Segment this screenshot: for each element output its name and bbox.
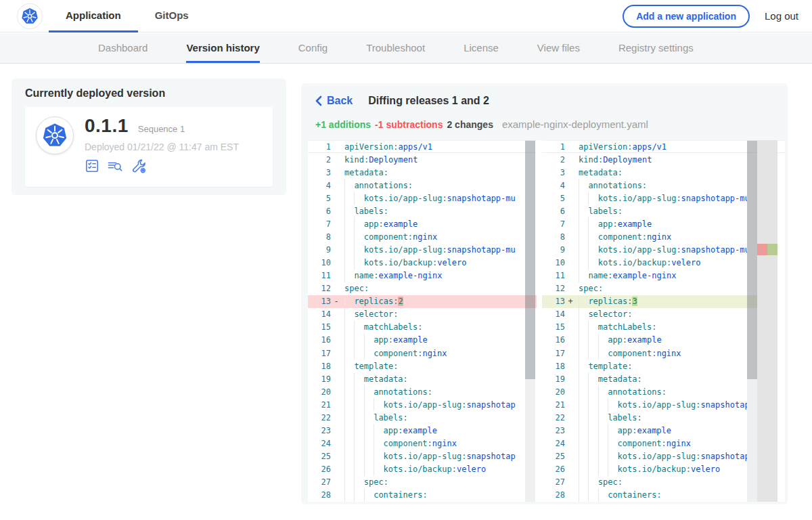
diff-card: Back Diffing releases 1 and 2 +1 additio…: [301, 83, 788, 504]
code-line: 13-replicas: 2: [308, 295, 537, 308]
kubernetes-logo-icon: [17, 3, 43, 29]
diff-pane-left: 1apiVersion: apps/v12kind: Deployment3me…: [308, 140, 537, 502]
code-line: 2kind: Deployment: [308, 153, 537, 166]
diff-stats: +1 additions -1 subtractions 2 changes e…: [315, 118, 648, 130]
version-action-icons: [85, 158, 239, 174]
code-line: 13+replicas: 3: [542, 295, 757, 308]
diff-editor: 1apiVersion: apps/v12kind: Deployment3me…: [308, 140, 785, 502]
subnav-item-version-history[interactable]: Version history: [186, 33, 259, 63]
right-pane-scrollbar-thumb[interactable]: [747, 141, 757, 379]
code-line: 22labels:: [308, 411, 537, 424]
code-line: 4annotations:: [308, 179, 537, 192]
code-line: 6labels:: [308, 204, 537, 217]
subnav-item-config[interactable]: Config: [298, 33, 328, 63]
code-line: 12spec:: [308, 282, 537, 295]
kots-admin-console: Application GitOps Add a new application…: [0, 0, 812, 520]
code-line: 26kots.io/backup: velero: [308, 463, 537, 476]
code-line: 15matchLabels:: [308, 321, 537, 334]
deployed-version-box: 0.1.1 Sequence 1 Deployed 01/21/22 @ 11:…: [25, 107, 273, 187]
code-line: 19metadata:: [308, 372, 537, 385]
additions-count: +1 additions: [315, 119, 371, 130]
code-line: 14selector:: [308, 308, 537, 321]
code-line: 3metadata:: [308, 166, 537, 179]
deployed-card-title: Currently deployed version: [25, 87, 273, 100]
code-line: 8component: nginx: [308, 230, 537, 243]
code-line: 18template:: [308, 360, 537, 372]
preflight-checklist-icon[interactable]: [85, 158, 99, 174]
tab-application[interactable]: Application: [49, 0, 138, 32]
top-nav: Application GitOps Add a new application…: [0, 0, 812, 32]
diff-title: Diffing releases 1 and 2: [368, 95, 489, 107]
deployed-sequence-label: Sequence 1: [138, 124, 185, 134]
deploy-logs-icon[interactable]: [107, 158, 124, 174]
diff-pane-left-lines: 1apiVersion: apps/v12kind: Deployment3me…: [308, 140, 537, 502]
subnav-item-view-files[interactable]: View files: [537, 33, 580, 63]
code-line: 21kots.io/app-slug: snapshotap: [308, 398, 537, 411]
tab-gitops[interactable]: GitOps: [138, 0, 206, 32]
subnav-item-license[interactable]: License: [464, 33, 499, 63]
back-link[interactable]: Back: [315, 95, 353, 107]
subnav-item-dashboard[interactable]: Dashboard: [98, 33, 148, 63]
code-line: 11name: example-nginx: [308, 269, 537, 282]
code-line: 5kots.io/app-slug: snapshotapp-mu: [308, 192, 537, 204]
code-line: 24component: nginx: [308, 437, 537, 450]
diff-pane-right: 1apiVersion: apps/v12kind: Deployment3me…: [542, 140, 785, 502]
diff-filename: example-nginx-deployment.yaml: [502, 118, 648, 130]
code-line: 16app: example: [308, 334, 537, 347]
code-line: 25kots.io/app-slug: snapshotap: [308, 450, 537, 463]
app-kubernetes-logo-icon: [36, 116, 74, 154]
primary-tabs: Application GitOps: [49, 0, 206, 32]
left-pane-scrollbar: [525, 140, 535, 502]
config-wrench-icon[interactable]: [131, 158, 147, 174]
ruler-added-marker: [767, 244, 777, 255]
code-line: 28containers:: [308, 489, 537, 502]
subnav-item-registry-settings[interactable]: Registry settings: [618, 33, 694, 63]
code-line: 27spec:: [308, 476, 537, 489]
deployed-timestamp: Deployed 01/21/22 @ 11:47 am EST: [85, 142, 239, 152]
code-line: 7app: example: [308, 217, 537, 230]
ruler-removed-marker: [757, 244, 767, 255]
code-line: 9kots.io/app-slug: snapshotapp-mu: [308, 244, 537, 257]
subnav-item-troubleshoot[interactable]: Troubleshoot: [366, 33, 425, 63]
overview-ruler: [757, 140, 777, 502]
add-new-application-button[interactable]: Add a new application: [623, 5, 750, 28]
chevron-left-icon: [315, 95, 322, 106]
right-pane-scrollbar: [747, 140, 757, 502]
subtractions-count: -1 subtractions: [375, 119, 443, 130]
deployed-version-number: 0.1.1: [85, 115, 129, 137]
pane-divider: [537, 140, 542, 502]
code-line: 1apiVersion: apps/v1: [308, 140, 537, 153]
code-line: 17component: nginx: [308, 347, 537, 360]
currently-deployed-card: Currently deployed version: [12, 79, 286, 195]
logout-link[interactable]: Log out: [765, 10, 798, 22]
app-sub-nav: DashboardVersion historyConfigTroublesho…: [0, 33, 812, 64]
left-pane-scrollbar-thumb[interactable]: [525, 141, 535, 379]
code-line: 20annotations:: [308, 385, 537, 398]
code-line: 23app: example: [308, 424, 537, 437]
code-line: 10kots.io/backup: velero: [308, 257, 537, 269]
changes-count: 2 changes: [447, 119, 493, 130]
